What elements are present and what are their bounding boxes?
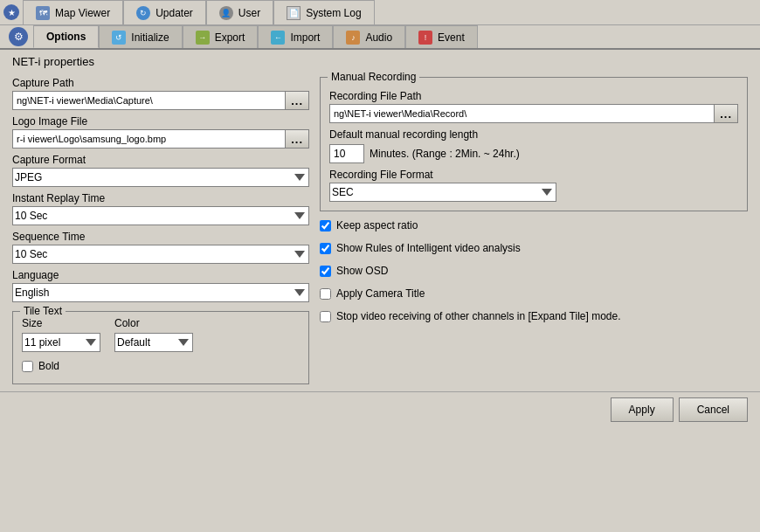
recording-path-row: ... bbox=[329, 104, 738, 123]
tab-map-viewer-label: Map Viewer bbox=[55, 7, 110, 19]
language-section: Language English Korean Chinese bbox=[12, 269, 309, 302]
import-icon: ← bbox=[271, 31, 285, 45]
language-select[interactable]: English Korean Chinese bbox=[12, 283, 309, 302]
tab-updater-label: Updater bbox=[155, 7, 193, 19]
show-rules-checkbox[interactable] bbox=[320, 243, 331, 254]
recording-format-section: Recording File Format SEC AVI MP4 bbox=[329, 169, 738, 202]
app-logo: ★ bbox=[0, 0, 23, 24]
tab-options[interactable]: Options bbox=[33, 25, 99, 48]
tab-updater[interactable]: ↻ Updater bbox=[123, 0, 206, 24]
tab-initialize[interactable]: ↺ Initialize bbox=[99, 25, 182, 48]
tile-color-wrapper: Default White Black Red bbox=[114, 333, 193, 352]
recording-path-input[interactable] bbox=[329, 104, 714, 123]
show-rules-label[interactable]: Show Rules of Intelligent video analysis bbox=[336, 242, 521, 254]
second-nav: ⚙ Options ↺ Initialize → Export ← Import… bbox=[0, 25, 760, 50]
logo-image-row: ... bbox=[12, 129, 309, 149]
instant-replay-section: Instant Replay Time 10 Sec 20 Sec 30 Sec bbox=[12, 192, 309, 225]
map-icon: 🗺 bbox=[36, 6, 50, 20]
logo-image-input[interactable] bbox=[12, 129, 285, 149]
browse-ellipsis2: ... bbox=[291, 133, 303, 146]
bold-checkbox[interactable] bbox=[22, 361, 33, 372]
capture-path-browse[interactable]: ... bbox=[285, 91, 309, 110]
minutes-row: Minutes. (Range : 2Min. ~ 24hr.) bbox=[329, 144, 738, 163]
tab-import[interactable]: ← Import bbox=[258, 25, 333, 48]
tab-user[interactable]: 👤 User bbox=[206, 0, 273, 24]
export-icon: → bbox=[196, 31, 210, 45]
manual-recording-title: Manual Recording bbox=[328, 71, 419, 83]
capture-format-section: Capture Format JPEG BMP PNG bbox=[12, 154, 309, 187]
instant-replay-wrapper: 10 Sec 20 Sec 30 Sec bbox=[12, 206, 309, 225]
capture-format-label: Capture Format bbox=[12, 154, 309, 166]
bold-label[interactable]: Bold bbox=[38, 360, 59, 372]
user-icon: 👤 bbox=[219, 6, 233, 20]
keep-aspect-row: Keep aspect ratio bbox=[320, 217, 748, 234]
tab-options-label: Options bbox=[46, 31, 86, 43]
log-icon: 📄 bbox=[287, 6, 301, 20]
logo-image-browse[interactable]: ... bbox=[285, 129, 309, 149]
tile-size-col: Size 11 pixel 12 pixel 14 pixel bbox=[22, 317, 100, 352]
manual-recording-group: Manual Recording Recording File Path ...… bbox=[320, 77, 748, 211]
capture-path-label: Capture Path bbox=[12, 77, 309, 89]
language-wrapper: English Korean Chinese bbox=[12, 283, 309, 302]
sequence-time-select[interactable]: 10 Sec 20 Sec 30 Sec bbox=[12, 245, 309, 264]
tile-size-select[interactable]: 11 pixel 12 pixel 14 pixel bbox=[22, 333, 100, 352]
tab-system-log-label: System Log bbox=[306, 7, 361, 19]
top-nav: ★ 🗺 Map Viewer ↻ Updater 👤 User 📄 System… bbox=[0, 0, 760, 25]
browse-ellipsis: ... bbox=[291, 94, 303, 107]
recording-length-section: Default manual recording length Minutes.… bbox=[329, 128, 738, 163]
tab-user-label: User bbox=[238, 7, 260, 19]
tab-system-log[interactable]: 📄 System Log bbox=[273, 0, 374, 24]
minutes-suffix: Minutes. (Range : 2Min. ~ 24hr.) bbox=[370, 148, 520, 160]
bold-row: Bold bbox=[22, 357, 300, 375]
tab-audio[interactable]: ♪ Audio bbox=[333, 25, 405, 48]
capture-format-wrapper: JPEG BMP PNG bbox=[12, 168, 309, 187]
init-icon: ↺ bbox=[112, 31, 126, 45]
keep-aspect-label[interactable]: Keep aspect ratio bbox=[336, 219, 418, 231]
page-title: NET-i properties bbox=[0, 50, 760, 73]
tab-initialize-label: Initialize bbox=[131, 31, 169, 44]
tile-color-label: Color bbox=[114, 317, 193, 329]
stop-video-checkbox[interactable] bbox=[320, 311, 331, 322]
apply-camera-title-checkbox[interactable] bbox=[320, 288, 331, 300]
keep-aspect-checkbox[interactable] bbox=[320, 220, 331, 231]
stop-video-row: Stop video receiving of other channels i… bbox=[320, 307, 748, 325]
show-osd-checkbox[interactable] bbox=[320, 266, 331, 277]
tile-color-select[interactable]: Default White Black Red bbox=[114, 333, 193, 352]
main-content: Capture Path ... Logo Image File ... Cap… bbox=[0, 73, 760, 391]
apply-camera-title-row: Apply Camera Title bbox=[320, 285, 748, 302]
tab-export[interactable]: → Export bbox=[183, 25, 259, 48]
capture-path-input[interactable] bbox=[12, 91, 285, 110]
show-osd-label[interactable]: Show OSD bbox=[336, 265, 388, 277]
minutes-input[interactable] bbox=[329, 144, 364, 163]
recording-length-label: Default manual recording length bbox=[329, 128, 738, 141]
tile-text-title: Tile Text bbox=[20, 305, 66, 317]
options-logo-icon: ⚙ bbox=[9, 27, 28, 46]
recording-format-label: Recording File Format bbox=[329, 169, 738, 181]
instant-replay-select[interactable]: 10 Sec 20 Sec 30 Sec bbox=[12, 206, 309, 225]
tab-export-label: Export bbox=[215, 31, 245, 44]
tile-size-label: Size bbox=[22, 317, 100, 329]
logo-image-section: Logo Image File ... bbox=[12, 115, 309, 149]
sequence-time-section: Sequence Time 10 Sec 20 Sec 30 Sec bbox=[12, 231, 309, 264]
tab-event[interactable]: ! Event bbox=[405, 25, 478, 48]
apply-button[interactable]: Apply bbox=[611, 397, 674, 422]
recording-path-browse[interactable]: ... bbox=[714, 104, 738, 123]
recording-path-section: Recording File Path ... bbox=[329, 90, 738, 123]
right-panel: Manual Recording Recording File Path ...… bbox=[320, 77, 748, 384]
cancel-button[interactable]: Cancel bbox=[679, 397, 748, 422]
recording-path-label: Recording File Path bbox=[329, 90, 738, 102]
capture-format-select[interactable]: JPEG BMP PNG bbox=[12, 168, 309, 187]
logo-image-label: Logo Image File bbox=[12, 115, 309, 128]
left-panel: Capture Path ... Logo Image File ... Cap… bbox=[12, 77, 309, 384]
browse-ellipsis3: ... bbox=[720, 107, 732, 121]
stop-video-label[interactable]: Stop video receiving of other channels i… bbox=[336, 310, 621, 322]
tile-inner: Size 11 pixel 12 pixel 14 pixel Color De… bbox=[22, 317, 300, 352]
tab-import-label: Import bbox=[290, 31, 320, 44]
app-logo-icon: ★ bbox=[3, 4, 19, 20]
sequence-time-wrapper: 10 Sec 20 Sec 30 Sec bbox=[12, 245, 309, 264]
apply-camera-title-label[interactable]: Apply Camera Title bbox=[336, 287, 425, 300]
audio-icon: ♪ bbox=[346, 31, 360, 45]
update-icon: ↻ bbox=[136, 6, 150, 20]
tab-map-viewer[interactable]: 🗺 Map Viewer bbox=[23, 0, 123, 24]
recording-format-select[interactable]: SEC AVI MP4 bbox=[329, 183, 556, 202]
